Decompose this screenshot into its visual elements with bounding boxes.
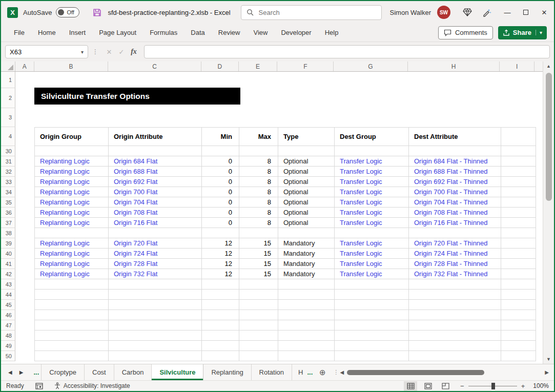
cell[interactable]: Replanting Logic	[34, 259, 109, 269]
sheet-grid[interactable]: 1234303132333435363738394041424344454647…	[1, 72, 543, 364]
header-cell-type[interactable]: Type	[278, 127, 335, 146]
share-button[interactable]: Share ▾	[498, 26, 547, 39]
cell[interactable]	[109, 331, 202, 341]
cell[interactable]: Transfer Logic	[335, 218, 409, 228]
cell[interactable]	[501, 167, 536, 177]
cell[interactable]	[409, 279, 501, 290]
cell[interactable]	[501, 208, 536, 218]
row-header-35[interactable]: 35	[1, 197, 15, 208]
row-header-3[interactable]: 3	[1, 108, 15, 127]
cell[interactable]	[239, 290, 278, 300]
close-button[interactable]: ✕	[536, 4, 553, 21]
row-header-34[interactable]: 34	[1, 187, 15, 197]
cell[interactable]	[335, 341, 409, 351]
cell[interactable]: Mandatory	[278, 238, 335, 249]
cell[interactable]	[278, 310, 335, 320]
cell[interactable]: Transfer Logic	[335, 259, 409, 269]
cell[interactable]: 8	[239, 187, 278, 197]
cell[interactable]	[278, 331, 335, 341]
cell[interactable]: Origin 724 Flat	[109, 249, 202, 259]
cell[interactable]: Transfer Logic	[335, 167, 409, 177]
accessibility-status[interactable]: Accessibility: Investigate	[51, 382, 130, 389]
cell[interactable]	[501, 331, 536, 341]
cell[interactable]: Transfer Logic	[335, 187, 409, 197]
sheet-tab-replanting[interactable]: Replanting	[203, 364, 251, 380]
cell[interactable]: Optional	[278, 187, 335, 197]
cell[interactable]	[109, 279, 202, 290]
cell[interactable]: 8	[239, 156, 278, 167]
zoom-out-button[interactable]: −	[460, 382, 464, 390]
cell[interactable]	[109, 228, 202, 238]
cell[interactable]: Replanting Logic	[34, 177, 109, 187]
cell[interactable]: 0	[202, 156, 239, 167]
cell[interactable]	[109, 351, 202, 361]
row-header-47[interactable]: 47	[1, 320, 15, 331]
cell[interactable]	[202, 351, 239, 361]
cell[interactable]	[409, 310, 501, 320]
cell[interactable]	[501, 290, 536, 300]
cell[interactable]	[239, 341, 278, 351]
column-header-D[interactable]: D	[201, 61, 239, 71]
cell[interactable]: Replanting Logic	[34, 269, 109, 279]
cell[interactable]	[278, 341, 335, 351]
coming-soon-wand-icon[interactable]	[479, 5, 495, 20]
row-header-38[interactable]: 38	[1, 228, 15, 238]
cell[interactable]	[202, 341, 239, 351]
cell[interactable]: Optional	[278, 208, 335, 218]
ribbon-tab-data[interactable]: Data	[184, 24, 211, 42]
cell[interactable]	[34, 300, 109, 310]
cell[interactable]	[335, 290, 409, 300]
cell[interactable]	[239, 300, 278, 310]
save-icon[interactable]	[93, 8, 101, 17]
cell[interactable]	[409, 351, 501, 361]
sheet-nav-left-icon[interactable]: ◀	[8, 369, 12, 375]
row-header-33[interactable]: 33	[1, 177, 15, 187]
column-header-G[interactable]: G	[334, 61, 408, 71]
cell[interactable]	[335, 279, 409, 290]
cell[interactable]: 15	[239, 259, 278, 269]
cell[interactable]: 12	[202, 259, 239, 269]
cell[interactable]: 8	[239, 218, 278, 228]
cell[interactable]	[335, 228, 409, 238]
cell[interactable]	[278, 320, 335, 331]
cell[interactable]	[202, 300, 239, 310]
cell[interactable]: Origin 728 Flat	[109, 259, 202, 269]
cell[interactable]: Replanting Logic	[34, 208, 109, 218]
cell[interactable]	[335, 300, 409, 310]
cell[interactable]: Origin 684 Flat	[109, 156, 202, 167]
cell[interactable]	[409, 331, 501, 341]
cell[interactable]: Origin 692 Flat - Thinned	[409, 177, 501, 187]
row-header-46[interactable]: 46	[1, 310, 15, 320]
cell[interactable]	[501, 259, 536, 269]
cell[interactable]: 0	[202, 197, 239, 208]
cell[interactable]	[335, 351, 409, 361]
cell[interactable]: Transfer Logic	[335, 238, 409, 249]
cell[interactable]: 8	[239, 208, 278, 218]
cell[interactable]: 12	[202, 269, 239, 279]
cell[interactable]: Origin 716 Flat	[109, 218, 202, 228]
cell[interactable]	[239, 331, 278, 341]
comments-button[interactable]: Comments	[438, 26, 493, 39]
scroll-down-icon[interactable]: ▼	[546, 355, 551, 364]
cell[interactable]: Origin 732 Flat - Thinned	[409, 269, 501, 279]
header-cell-dest-attribute[interactable]: Dest Attribute	[409, 127, 501, 146]
header-cell-blank[interactable]	[501, 127, 536, 146]
macro-record-icon[interactable]	[35, 383, 43, 389]
cell[interactable]	[501, 187, 536, 197]
cell[interactable]: Origin 720 Flat - Thinned	[409, 238, 501, 249]
column-header-F[interactable]: F	[277, 61, 334, 71]
ribbon-tab-developer[interactable]: Developer	[274, 24, 318, 42]
premium-diamond-icon[interactable]	[460, 5, 475, 20]
cell[interactable]: Transfer Logic	[335, 156, 409, 167]
cell[interactable]	[239, 228, 278, 238]
cell[interactable]: Transfer Logic	[335, 177, 409, 187]
cell[interactable]	[501, 351, 536, 361]
normal-view-button[interactable]	[404, 381, 417, 391]
cell[interactable]	[239, 310, 278, 320]
excel-app-icon[interactable]: X	[7, 7, 18, 18]
row-header-2[interactable]: 2	[1, 88, 15, 108]
zoom-slider[interactable]	[468, 386, 517, 386]
row-header-32[interactable]: 32	[1, 167, 15, 177]
cell[interactable]: Replanting Logic	[34, 156, 109, 167]
sheet-tab-silviculture[interactable]: Silviculture	[152, 364, 203, 380]
